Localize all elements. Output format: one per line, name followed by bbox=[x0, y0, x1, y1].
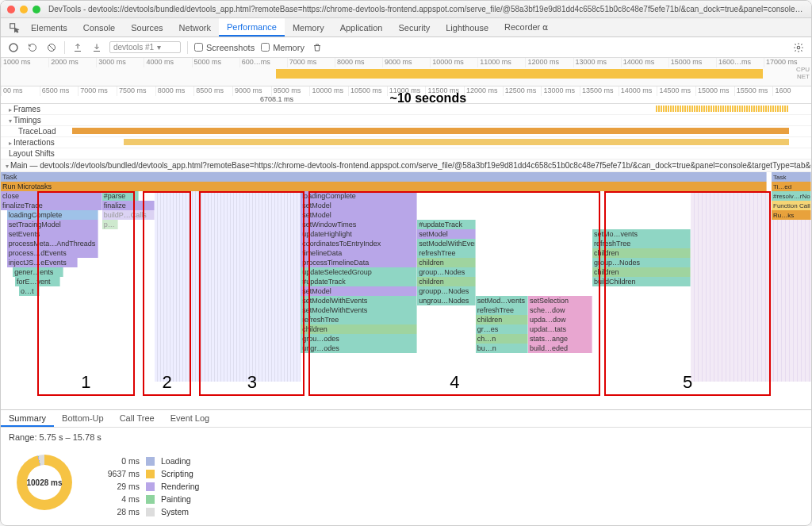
tab-memory[interactable]: Memory bbox=[285, 18, 332, 36]
clear-icon[interactable] bbox=[45, 41, 58, 54]
flame-frame[interactable]: bu…n bbox=[476, 344, 528, 353]
reload-icon[interactable] bbox=[26, 41, 39, 54]
flame-region3-body[interactable] bbox=[155, 191, 301, 382]
flame-frame[interactable]: loadingComplete bbox=[7, 210, 98, 220]
flame-frame[interactable]: children bbox=[592, 267, 691, 277]
tab-calltree[interactable]: Call Tree bbox=[112, 410, 163, 427]
flame-frame[interactable]: process…dEvents bbox=[7, 248, 98, 258]
flame-frame[interactable]: o…t bbox=[19, 286, 40, 296]
upload-icon[interactable] bbox=[71, 41, 84, 54]
overview-strip[interactable]: 1000 ms2000 ms3000 ms4000 ms5000 ms600…m… bbox=[1, 58, 811, 86]
trash-icon[interactable] bbox=[311, 41, 324, 54]
track-interactions[interactable]: ▸Interactions bbox=[1, 137, 811, 148]
close-icon[interactable] bbox=[7, 6, 15, 13]
flame-frame[interactable]: children bbox=[476, 315, 528, 324]
flame-frame[interactable]: updat…tats bbox=[528, 324, 592, 334]
flame-frame[interactable]: close bbox=[1, 191, 102, 201]
flame-frame[interactable]: setModelWithEvents bbox=[301, 305, 417, 315]
flame-frame[interactable]: setWindowTimes bbox=[301, 220, 417, 229]
flame-frame[interactable]: #updateTrack bbox=[417, 220, 476, 229]
flame-frame[interactable]: setModel bbox=[301, 201, 417, 210]
flame-frame[interactable]: ungr…odes bbox=[301, 344, 417, 353]
flame-frame[interactable]: loadingComplete bbox=[301, 191, 417, 201]
flame-frame[interactable]: setModel bbox=[417, 229, 476, 239]
minimize-icon[interactable] bbox=[20, 6, 28, 13]
flame-frame[interactable]: finalize bbox=[102, 201, 155, 210]
tab-sources[interactable]: Sources bbox=[123, 18, 170, 36]
flame-frame[interactable]: buildP…Calls bbox=[102, 210, 155, 220]
gear-icon[interactable] bbox=[792, 41, 805, 54]
flame-frame[interactable]: refreshTree bbox=[476, 305, 528, 315]
flame-frame[interactable]: children bbox=[417, 277, 476, 286]
tab-summary[interactable]: Summary bbox=[1, 410, 54, 427]
flame-frame[interactable]: ungrou…Nodes bbox=[417, 296, 476, 305]
flame-frame[interactable]: Ti…ed bbox=[772, 182, 811, 191]
detail-ruler[interactable]: 00 ms6500 ms7000 ms7500 ms8000 ms8500 ms… bbox=[1, 86, 811, 104]
flame-frame[interactable]: #parse bbox=[102, 191, 139, 201]
chevron-down-icon[interactable]: ▾ bbox=[6, 163, 9, 170]
tab-recorder[interactable]: Recorder ⍺ bbox=[496, 18, 556, 36]
flame-frame[interactable]: p… bbox=[102, 220, 118, 229]
tab-bottomup[interactable]: Bottom-Up bbox=[54, 410, 112, 427]
flame-frame[interactable]: sche…dow bbox=[528, 305, 592, 315]
flame-frame[interactable]: #resolv…rNodes bbox=[772, 191, 811, 201]
download-icon[interactable] bbox=[90, 41, 103, 54]
flame-frame[interactable]: gener…ents bbox=[13, 267, 63, 277]
flame-frame[interactable]: gr…es bbox=[476, 324, 528, 334]
chevron-right-icon[interactable]: ▸ bbox=[9, 106, 12, 113]
tab-security[interactable]: Security bbox=[390, 18, 438, 36]
flame-frame[interactable]: stats…ange bbox=[528, 334, 592, 344]
flame-frame[interactable]: children bbox=[301, 324, 417, 334]
flame-frame[interactable]: upda…dow bbox=[528, 315, 592, 324]
flame-frame[interactable]: setMod…vents bbox=[476, 296, 528, 305]
flame-frame[interactable]: processTimelineData bbox=[301, 258, 417, 267]
flame-frame[interactable]: group…Nodes bbox=[417, 267, 476, 277]
flame-frame[interactable]: #updateTrack bbox=[301, 277, 417, 286]
flame-frame[interactable]: setModel bbox=[301, 210, 417, 220]
track-traceload[interactable]: TraceLoad bbox=[1, 126, 811, 137]
flame-task[interactable]: Task bbox=[1, 172, 767, 182]
inspect-element-icon[interactable] bbox=[6, 18, 23, 36]
flame-frame[interactable]: group…Nodes bbox=[592, 258, 691, 267]
flame-frame[interactable]: refreshTree bbox=[592, 239, 691, 248]
flame-region5-body[interactable] bbox=[691, 191, 811, 382]
profile-selector[interactable]: devtools #1▾ bbox=[109, 41, 181, 53]
flame-frame[interactable]: setTracingModel bbox=[7, 220, 98, 229]
flame-frame[interactable]: setModelWithEvents bbox=[301, 296, 417, 305]
flame-chart[interactable]: Task Run Microtasks close finalizeTrace … bbox=[1, 172, 811, 410]
flame-frame[interactable]: grou…odes bbox=[301, 334, 417, 344]
tab-elements[interactable]: Elements bbox=[23, 18, 75, 36]
flame-frame[interactable]: buildChildren bbox=[592, 277, 691, 286]
track-timings[interactable]: ▾Timings bbox=[1, 115, 811, 126]
flame-microtasks[interactable]: Run Microtasks bbox=[1, 182, 767, 191]
flame-frame[interactable]: updateSelectedGroup bbox=[301, 267, 417, 277]
screenshots-checkbox[interactable]: Screenshots bbox=[194, 43, 255, 52]
flame-frame[interactable]: refreshTree bbox=[301, 315, 417, 324]
flame-frame[interactable]: coordinatesToEntryIndex bbox=[301, 239, 417, 248]
main-thread-header[interactable]: ▾Main — devtools://devtools/bundled/devt… bbox=[1, 159, 811, 172]
tab-performance[interactable]: Performance bbox=[219, 18, 285, 36]
flame-frame[interactable]: ch…n bbox=[476, 334, 528, 344]
chevron-down-icon[interactable]: ▾ bbox=[9, 117, 12, 125]
flame-frame[interactable]: Function Call bbox=[772, 201, 811, 210]
flame-frame[interactable]: refreshTree bbox=[417, 248, 476, 258]
flame-frame[interactable]: timelineData bbox=[301, 248, 417, 258]
flame-frame[interactable]: updateHighlight bbox=[301, 229, 417, 239]
flame-frame[interactable]: forE…vent bbox=[15, 277, 60, 286]
flame-frame[interactable]: setMo…vents bbox=[592, 229, 691, 239]
flame-frame[interactable]: Ru…ks bbox=[772, 210, 811, 220]
flame-frame[interactable]: setEvents bbox=[7, 229, 98, 239]
tab-lighthouse[interactable]: Lighthouse bbox=[438, 18, 496, 36]
record-icon[interactable] bbox=[7, 41, 20, 54]
tab-eventlog[interactable]: Event Log bbox=[163, 410, 218, 427]
flame-frame[interactable]: setSelection bbox=[528, 296, 592, 305]
flame-frame[interactable]: setModel bbox=[301, 286, 417, 296]
tab-application[interactable]: Application bbox=[332, 18, 391, 36]
track-frames[interactable]: ▸Frames bbox=[1, 104, 811, 115]
track-layoutshifts[interactable]: Layout Shifts bbox=[1, 148, 811, 159]
memory-checkbox[interactable]: Memory bbox=[261, 43, 304, 52]
chevron-right-icon[interactable]: ▸ bbox=[9, 140, 12, 147]
flame-frame[interactable]: injectJS…eEvents bbox=[7, 258, 78, 267]
flame-frame[interactable]: children bbox=[592, 248, 691, 258]
flame-frame[interactable]: processMeta…AndThreads bbox=[7, 239, 98, 248]
